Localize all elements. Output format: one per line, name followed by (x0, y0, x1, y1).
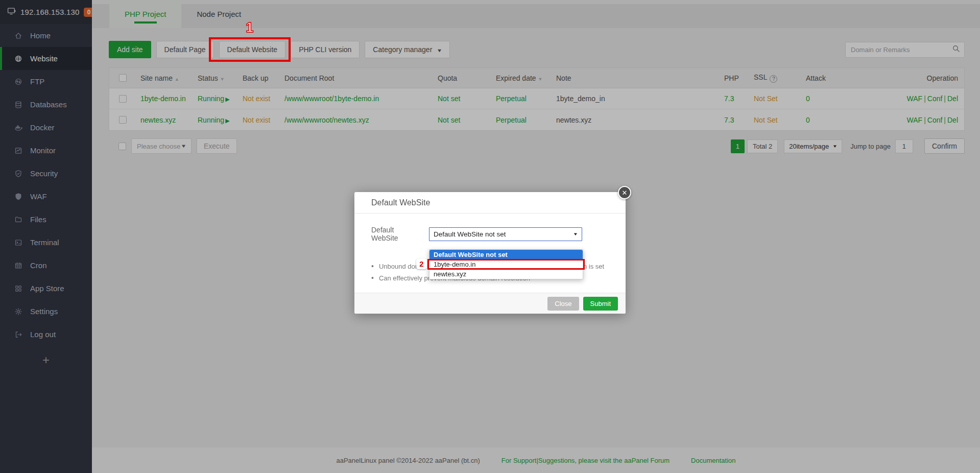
bullet-icon: • (371, 274, 374, 282)
annotation-step-1: 1 (246, 20, 253, 36)
close-icon[interactable]: ✕ (618, 186, 631, 199)
chevron-down-icon: ▼ (573, 232, 578, 236)
select-value: Default WebSite not set (434, 230, 506, 238)
modal-body: Default WebSite Default WebSite not set … (354, 214, 626, 284)
option-newtes-xyz[interactable]: newtes.xyz (429, 269, 583, 279)
modal-title: Default WebSite (354, 192, 626, 214)
option-1byte-demo[interactable]: 1byte-demo.in (429, 259, 583, 269)
modal-submit-button[interactable]: Submit (583, 297, 618, 311)
modal-footer: Close Submit (354, 293, 626, 314)
default-website-select[interactable]: Default WebSite not set ▼ (429, 227, 582, 241)
default-website-field-label: Default WebSite (371, 226, 422, 242)
hint-text-right: n is set (583, 261, 604, 272)
select-dropdown-list: Default WebSite not set 1byte-demo.in ne… (429, 249, 583, 279)
annotation-step-2: 2 (416, 258, 427, 269)
bullet-icon: • (371, 262, 374, 270)
option-default-not-set[interactable]: Default WebSite not set (429, 250, 583, 259)
modal-close-button[interactable]: Close (547, 297, 579, 311)
default-website-modal: ✕ Default WebSite Default WebSite Defaul… (354, 192, 626, 314)
